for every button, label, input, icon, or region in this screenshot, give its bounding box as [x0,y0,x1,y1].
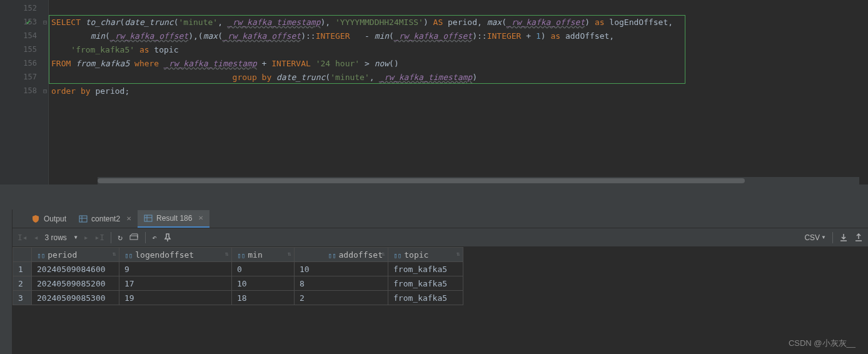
export-format-dropdown[interactable]: CSV▼ [804,233,826,242]
sort-icon[interactable]: ⇅ [225,250,229,257]
cell-addoffset[interactable]: 10 [295,262,388,276]
row-number: 2 [13,276,32,291]
sort-icon[interactable]: ⇅ [113,250,116,257]
cell-addoffset[interactable]: 2 [295,291,388,305]
gutter-line: 152 [0,1,48,15]
code-line-152[interactable] [49,1,868,15]
horizontal-scrollbar[interactable] [98,177,859,185]
table-icon [144,214,153,223]
first-page-button[interactable]: I◂ [18,233,28,242]
cell-topic[interactable]: from_kafka5 [388,276,463,291]
fold-icon[interactable]: ⊟ [43,19,47,26]
rows-count: 3 rows [44,233,66,242]
svg-rect-3 [144,215,152,221]
code-line-153[interactable]: SELECT to_char(date_trunc('minute', _rw_… [49,15,868,29]
table-icon [79,215,88,223]
column-header-period[interactable]: ▯▯period⇅ [32,248,119,262]
cell-min[interactable]: 10 [232,276,295,291]
cell-period[interactable]: 20240509085200 [32,276,119,291]
close-icon[interactable]: ✕ [198,215,203,221]
result-tabs-bar: Output content2 ✕ Result 186 ✕ [0,210,868,228]
table-header-row: ▯▯period⇅ ▯▯logendoffset⇅ ▯▯min⇅ ▯▯addof… [13,248,463,262]
prev-page-button[interactable]: ◂ [34,233,39,242]
table-row[interactable]: 1 20240509084600 9 0 10 from_kafka5 [13,262,463,276]
last-page-button[interactable]: ▸I [94,233,104,242]
cell-addoffset[interactable]: 8 [295,276,388,291]
pin-button[interactable] [163,233,172,242]
cell-logendoffset[interactable]: 17 [119,276,232,291]
column-header-topic[interactable]: ▯▯topic⇅ [388,248,463,262]
cell-period[interactable]: 20240509084600 [32,262,119,276]
fold-icon[interactable]: ⊟ [43,88,47,94]
tab-output[interactable]: Output [25,210,73,228]
download-button[interactable] [839,233,848,242]
sort-icon[interactable]: ⇅ [381,250,385,257]
svg-rect-0 [79,216,87,222]
tab-label: content2 [91,215,120,223]
cell-topic[interactable]: from_kafka5 [388,262,463,276]
results-toolbar: I◂ ◂ 3 rows ▼ ▸ ▸I ↻ ↶ CSV▼ [13,228,868,247]
tx-button[interactable] [129,233,139,242]
svg-rect-6 [130,236,138,240]
gutter-line: 153✔⊟ [0,15,48,29]
column-header-addoffset[interactable]: ▯▯addoffset⇅ [295,248,388,262]
tab-result[interactable]: Result 186 ✕ [138,210,209,228]
gutter-line: 156 [0,56,48,70]
row-number: 3 [13,291,32,305]
column-icon: ▯▯ [393,251,401,260]
code-area[interactable]: SELECT to_char(date_trunc('minute', _rw_… [49,0,868,185]
column-icon: ▯▯ [37,251,45,260]
tab-label: Output [44,215,66,223]
check-icon: ✔ [26,18,31,26]
cell-period[interactable]: 20240509085300 [32,291,119,305]
cell-logendoffset[interactable]: 19 [119,291,232,305]
shield-icon [31,215,40,223]
cell-min[interactable]: 18 [232,291,295,305]
close-icon[interactable]: ✕ [126,215,131,222]
tab-label: Result 186 [156,214,192,223]
cell-topic[interactable]: from_kafka5 [388,291,463,305]
sort-icon[interactable]: ⇅ [288,250,291,257]
column-icon: ▯▯ [328,251,336,260]
code-line-156[interactable]: FROM from_kafka5 where _rw_kafka_timesta… [49,56,868,70]
revert-button[interactable]: ↶ [152,233,157,242]
cell-logendoffset[interactable]: 9 [119,262,232,276]
results-table: ▯▯period⇅ ▯▯logendoffset⇅ ▯▯min⇅ ▯▯addof… [13,247,463,305]
code-line-158[interactable]: order by period; [49,84,868,98]
code-line-155[interactable]: 'from_kafka5' as topic [49,43,868,56]
gutter-line: 155 [0,43,48,56]
reload-button[interactable]: ↻ [118,233,123,242]
corner-cell [13,248,32,262]
next-page-button[interactable]: ▸ [84,233,89,242]
gutter-line: 154 [0,29,48,43]
side-handle[interactable] [0,210,13,354]
code-line-154[interactable]: min(_rw_kafka_offset),(max(_rw_kafka_off… [49,29,868,43]
code-line-157[interactable]: group by date_trunc('minute', _rw_kafka_… [49,70,868,84]
cell-min[interactable]: 0 [232,262,295,276]
gutter-line: 158⊟ [0,84,48,98]
upload-button[interactable] [854,233,863,242]
watermark: CSDN @小灰灰__ [789,338,855,349]
sort-icon[interactable]: ⇅ [457,250,460,257]
editor-area: 152 153✔⊟ 154 155 156 157 158⊟ SELECT to… [0,0,868,185]
results-grid: ▯▯period⇅ ▯▯logendoffset⇅ ▯▯min⇅ ▯▯addof… [13,247,868,305]
gutter: 152 153✔⊟ 154 155 156 157 158⊟ [0,0,49,185]
row-number: 1 [13,262,32,276]
column-header-min[interactable]: ▯▯min⇅ [232,248,295,262]
column-icon: ▯▯ [237,251,245,260]
chevron-down-icon[interactable]: ▼ [74,235,78,240]
column-header-logendoffset[interactable]: ▯▯logendoffset⇅ [119,248,232,262]
splitter[interactable] [0,185,868,210]
table-row[interactable]: 2 20240509085200 17 10 8 from_kafka5 [13,276,463,291]
table-row[interactable]: 3 20240509085300 19 18 2 from_kafka5 [13,291,463,305]
column-icon: ▯▯ [124,251,133,260]
gutter-line: 157 [0,70,48,84]
tab-content2[interactable]: content2 ✕ [73,210,138,228]
